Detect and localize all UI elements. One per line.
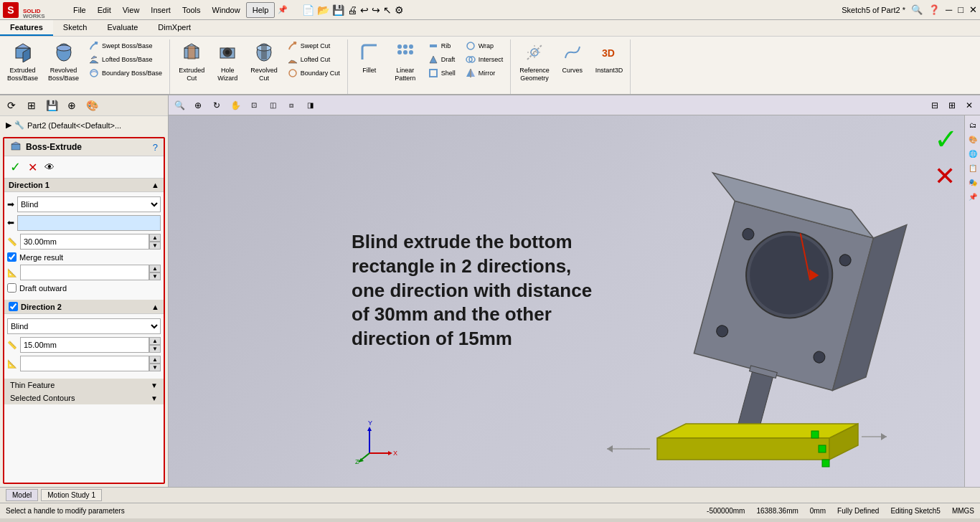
fillet-button[interactable]: Fillet	[352, 39, 387, 77]
direction1-distance-input[interactable]: 30.00mm	[20, 234, 149, 250]
right-btn-3[interactable]: 🌐	[966, 147, 979, 160]
save-icon[interactable]: 💾	[332, 4, 344, 16]
direction2-extra-input[interactable]	[20, 356, 149, 371]
print-icon[interactable]: 🖨	[347, 4, 357, 16]
mirror-button[interactable]: Mirror	[461, 67, 508, 80]
direction1-extra-input[interactable]	[20, 265, 149, 280]
menu-window[interactable]: Window	[207, 3, 246, 17]
rotate-btn[interactable]: ↻	[209, 98, 225, 113]
revolved-cut-button[interactable]: RevolvedCut	[246, 39, 282, 85]
new-doc-icon[interactable]: 📄	[302, 4, 314, 16]
add-view-btn[interactable]: ⊕	[63, 97, 80, 114]
motion-study-tab[interactable]: Motion Study 1	[41, 489, 102, 501]
direction2-enable-checkbox[interactable]	[9, 302, 18, 311]
direction2-extra-inc[interactable]: ▲	[149, 356, 161, 364]
menu-edit[interactable]: Edit	[92, 3, 117, 17]
curves-button[interactable]: Curves	[555, 39, 590, 77]
right-btn-5[interactable]: 🎭	[966, 176, 979, 189]
direction1-face-input[interactable]	[17, 215, 161, 231]
direction2-increment-btn[interactable]: ▲	[149, 337, 161, 345]
close-icon[interactable]: ✕	[969, 4, 977, 15]
shell-button[interactable]: Shell	[424, 67, 460, 80]
right-btn-6[interactable]: 📌	[966, 190, 979, 203]
search-icon[interactable]: 🔍	[911, 4, 923, 15]
settings-icon[interactable]: ⚙	[395, 4, 404, 16]
tab-evaluate[interactable]: Evaluate	[98, 20, 149, 36]
tab-features[interactable]: Features	[0, 20, 53, 36]
revolved-boss-button[interactable]: RevolvedBoss/Base	[44, 39, 83, 85]
menu-tools[interactable]: Tools	[176, 3, 207, 17]
swept-boss-button[interactable]: Swept Boss/Base	[85, 39, 166, 52]
model-viewport[interactable]: Blind extrude the bottom rectangle in 2 …	[169, 115, 980, 487]
zoom-area-vp-btn[interactable]: ⊕	[190, 98, 206, 113]
display-style-btn[interactable]: 🎨	[83, 97, 100, 114]
reference-geometry-button[interactable]: ReferenceGeometry	[515, 39, 554, 85]
confirm-button[interactable]: ✓	[10, 159, 21, 175]
draft-outward-checkbox[interactable]	[7, 283, 17, 293]
menu-file[interactable]: File	[67, 3, 92, 17]
pan-btn[interactable]: ✋	[227, 98, 243, 113]
maximize-icon[interactable]: □	[958, 4, 963, 15]
tab-dimxpert[interactable]: DimXpert	[148, 20, 201, 36]
flip-direction-icon[interactable]: ➡	[7, 218, 14, 228]
save-view-btn[interactable]: 💾	[43, 97, 60, 114]
tab-sketch[interactable]: Sketch	[53, 20, 98, 36]
right-btn-1[interactable]: 🗂	[966, 118, 979, 131]
maximize-vp-btn[interactable]: ⊞	[944, 98, 960, 113]
preview-button[interactable]: 👁	[44, 161, 55, 173]
direction2-distance-input[interactable]: 15.00mm	[20, 337, 149, 353]
direction1-decrement-btn[interactable]: ▼	[149, 242, 161, 250]
model-tab[interactable]: Model	[6, 489, 38, 501]
help-question-icon[interactable]: ?	[153, 142, 158, 153]
view-orientation-btn[interactable]: ⊡	[246, 98, 262, 113]
view-cube-btn[interactable]: ◫	[265, 98, 281, 113]
draft-button[interactable]: Draft	[424, 53, 460, 66]
menu-view[interactable]: View	[117, 3, 146, 17]
direction1-header[interactable]: Direction 1 ▲	[4, 179, 164, 192]
instant3d-button[interactable]: 3D Instant3D	[591, 39, 628, 77]
section-view-btn[interactable]: ⧈	[283, 98, 299, 113]
direction1-extra-dec[interactable]: ▼	[149, 272, 161, 280]
extruded-boss-button[interactable]: ExtrudedBoss/Base	[3, 39, 42, 85]
menu-help[interactable]: Help	[246, 2, 275, 18]
boundary-boss-button[interactable]: Boundary Boss/Base	[85, 67, 166, 80]
menu-insert[interactable]: Insert	[145, 3, 176, 17]
direction1-type-select[interactable]: Blind Through All Up to Next	[17, 196, 161, 212]
right-btn-2[interactable]: 🎨	[966, 133, 979, 146]
intersect-button[interactable]: Intersect	[461, 53, 508, 66]
redo-icon[interactable]: ↪	[372, 4, 380, 16]
minimize-icon[interactable]: ─	[946, 4, 952, 15]
direction2-extra-dec[interactable]: ▼	[149, 364, 161, 371]
big-x-mark[interactable]: ✕	[934, 161, 958, 191]
swept-cut-button[interactable]: Swept Cut	[283, 39, 344, 52]
hole-wizard-button[interactable]: HoleWizard	[210, 39, 245, 85]
close-vp-btn[interactable]: ✕	[961, 98, 977, 113]
rib-button[interactable]: Rib	[424, 39, 460, 52]
help-icon[interactable]: ❓	[928, 4, 940, 15]
lofted-cut-button[interactable]: Lofted Cut	[283, 53, 344, 66]
feature-tree-item[interactable]: ▶ 🔧 Part2 (Default<<Default>...	[3, 119, 165, 131]
undo-icon[interactable]: ↩	[360, 4, 369, 16]
panel-layout-btn[interactable]: ⊟	[927, 98, 943, 113]
direction2-type-select[interactable]: Blind Through All	[7, 318, 161, 334]
pin-icon[interactable]: 📌	[278, 5, 288, 14]
big-check-mark[interactable]: ✓	[934, 123, 958, 156]
zoom-area-btn[interactable]: ⊞	[23, 97, 40, 114]
direction1-extra-inc[interactable]: ▲	[149, 265, 161, 272]
selected-contours-section[interactable]: Selected Contours ▼	[4, 392, 164, 404]
cancel-button[interactable]: ✕	[28, 161, 37, 174]
linear-pattern-button[interactable]: LinearPattern	[388, 39, 423, 85]
right-btn-4[interactable]: 📋	[966, 161, 979, 174]
wrap-button[interactable]: Wrap	[461, 39, 508, 52]
zoom-to-fit-btn[interactable]: 🔍	[171, 98, 187, 113]
merge-result-checkbox[interactable]	[7, 252, 17, 262]
thin-feature-section[interactable]: Thin Feature ▼	[4, 379, 164, 392]
direction1-increment-btn[interactable]: ▲	[149, 234, 161, 242]
open-icon[interactable]: 📂	[317, 4, 329, 16]
direction2-header[interactable]: Direction 2 ▲	[4, 300, 164, 314]
direction2-decrement-btn[interactable]: ▼	[149, 345, 161, 353]
select-icon[interactable]: ↖	[383, 4, 392, 16]
lofted-boss-button[interactable]: Lofted Boss/Base	[85, 53, 166, 66]
display-style-vp-btn[interactable]: ◨	[302, 98, 318, 113]
extruded-cut-button[interactable]: ExtrudedCut	[174, 39, 209, 85]
